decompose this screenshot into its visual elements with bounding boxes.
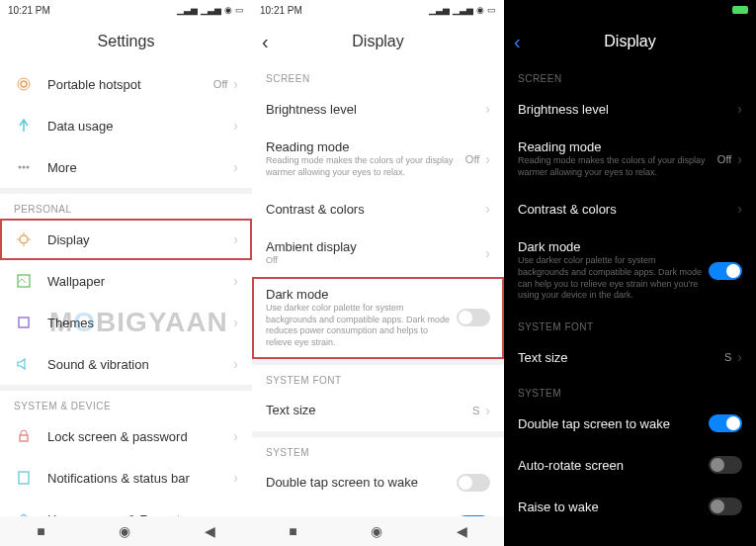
row-label: Text size [266, 403, 472, 417]
row-contrast[interactable]: Contrast & colors › [504, 188, 756, 229]
row-double-tap[interactable]: Double tap screen to wake [252, 462, 504, 503]
row-label: Notifications & status bar [47, 471, 233, 486]
status-bar: 10:21 PM ▁▃▅ ▁▃▅ ◉ ▭ [252, 0, 504, 20]
notification-icon [14, 468, 34, 488]
status-bar: 10:21 PM ▁▃▅ ▁▃▅ ◉ ▭ [0, 0, 252, 20]
dark-mode-toggle[interactable] [709, 262, 742, 280]
row-auto-rotate[interactable]: Auto-rotate screen [504, 444, 756, 486]
section-screen: SCREEN [504, 63, 756, 88]
row-auto-rotate[interactable]: Auto-rotate screen [252, 503, 504, 516]
double-tap-toggle[interactable] [709, 414, 742, 432]
row-text-size[interactable]: Text size S › [252, 390, 504, 431]
svg-point-1 [18, 78, 30, 90]
row-value: Off [213, 78, 227, 90]
back-button[interactable]: ‹ [514, 31, 521, 53]
row-label: Portable hotspot [47, 77, 213, 92]
row-text-size[interactable]: Text size S › [504, 336, 756, 378]
row-desc: Reading mode makes the colors of your di… [518, 155, 717, 178]
svg-point-3 [23, 166, 26, 169]
row-label: Auto-rotate screen [518, 458, 709, 473]
row-brightness[interactable]: Brightness level › [252, 88, 504, 130]
chevron-right-icon: › [233, 470, 238, 486]
svg-point-2 [19, 166, 22, 169]
battery-icon: ▭ [235, 5, 244, 15]
row-dark-mode[interactable]: Dark mode Use darker color palette for s… [252, 277, 504, 359]
lock-icon [14, 426, 34, 446]
row-label: Raise to wake [518, 500, 709, 514]
status-icons: ▁▃▅ ▁▃▅ ◉ ▭ [429, 5, 496, 15]
chevron-right-icon: › [485, 403, 490, 418]
data-icon [14, 116, 34, 136]
row-label: Dark mode [266, 287, 457, 302]
row-label: Brightness level [266, 102, 485, 117]
row-desc: Off [266, 255, 485, 267]
row-wallpaper[interactable]: Wallpaper › [0, 260, 252, 302]
row-dark-mode[interactable]: Dark mode Use darker color palette for s… [504, 229, 756, 312]
nav-recents-icon[interactable]: ■ [37, 523, 44, 539]
dark-mode-toggle[interactable] [457, 309, 490, 326]
back-button[interactable]: ‹ [262, 31, 269, 53]
svg-point-4 [27, 166, 30, 169]
wifi-icon: ◉ [224, 5, 232, 15]
section-personal: PERSONAL [0, 194, 252, 219]
svg-rect-9 [19, 472, 29, 484]
row-sound[interactable]: Sound & vibration › [0, 343, 252, 385]
phone-settings: 10:21 PM ▁▃▅ ▁▃▅ ◉ ▭ Settings Portable h… [0, 0, 252, 546]
auto-rotate-toggle[interactable] [709, 456, 742, 474]
row-data-usage[interactable]: Data usage › [0, 105, 252, 146]
row-value: S [724, 351, 731, 363]
row-contrast[interactable]: Contrast & colors › [252, 188, 504, 229]
phone-display-light: 10:21 PM ▁▃▅ ▁▃▅ ◉ ▭ ‹ Display SCREEN Br… [252, 0, 504, 546]
row-more[interactable]: More › [0, 146, 252, 188]
row-home-screen[interactable]: Home screen & Recents › [0, 499, 252, 516]
chevron-right-icon: › [737, 151, 742, 167]
chevron-right-icon: › [233, 231, 238, 247]
nav-recents-icon[interactable]: ■ [289, 523, 296, 539]
page-title: Display [604, 33, 655, 50]
chevron-right-icon: › [485, 201, 490, 217]
raise-wake-toggle[interactable] [709, 498, 742, 515]
row-label: Brightness level [518, 102, 737, 117]
signal-icon: ▁▃▅ [453, 5, 473, 15]
row-label: Lock screen & password [47, 429, 233, 444]
nav-back-icon[interactable]: ◀ [457, 523, 467, 539]
row-desc: Use darker color palette for system back… [266, 303, 457, 349]
row-themes[interactable]: Themes › [0, 302, 252, 343]
nav-back-icon[interactable]: ◀ [205, 523, 215, 539]
page-title: Settings [98, 33, 155, 50]
row-notifications[interactable]: Notifications & status bar › [0, 457, 252, 499]
row-reading-mode[interactable]: Reading mode Reading mode makes the colo… [504, 130, 756, 188]
row-display[interactable]: Display › [0, 219, 252, 260]
hotspot-icon [14, 74, 34, 94]
status-time: 10:21 PM [260, 5, 302, 16]
themes-icon [14, 313, 34, 332]
chevron-right-icon: › [233, 159, 238, 175]
nav-home-icon[interactable]: ◉ [119, 523, 130, 539]
svg-rect-7 [19, 318, 29, 327]
row-reading-mode[interactable]: Reading mode Reading mode makes the colo… [252, 130, 504, 188]
chevron-right-icon: › [737, 349, 742, 365]
row-lock-screen[interactable]: Lock screen & password › [0, 415, 252, 457]
row-portable-hotspot[interactable]: Portable hotspot Off › [0, 63, 252, 105]
nav-home-icon[interactable]: ◉ [371, 523, 382, 539]
status-icons: ▁▃▅ ▁▃▅ ◉ ▭ [177, 5, 244, 15]
row-raise-wake[interactable]: Raise to wake [504, 486, 756, 516]
header: ‹ Display [504, 20, 756, 63]
chevron-right-icon: › [485, 245, 490, 261]
row-value: Off [717, 153, 731, 165]
row-double-tap[interactable]: Double tap screen to wake [504, 403, 756, 444]
chevron-right-icon: › [233, 118, 238, 134]
wallpaper-icon [14, 271, 34, 291]
status-time: 10:21 PM [8, 5, 50, 16]
row-brightness[interactable]: Brightness level › [504, 88, 756, 130]
sound-icon [14, 354, 34, 374]
row-ambient[interactable]: Ambient display Off › [252, 229, 504, 277]
row-label: Reading mode [266, 139, 465, 154]
header: ‹ Display [252, 20, 504, 63]
section-system: SYSTEM [504, 378, 756, 403]
status-icons [732, 6, 748, 14]
nav-bar: ■ ◉ ◀ [0, 516, 252, 546]
page-title: Display [352, 33, 403, 50]
section-font: SYSTEM FONT [504, 312, 756, 336]
double-tap-toggle[interactable] [457, 474, 490, 492]
